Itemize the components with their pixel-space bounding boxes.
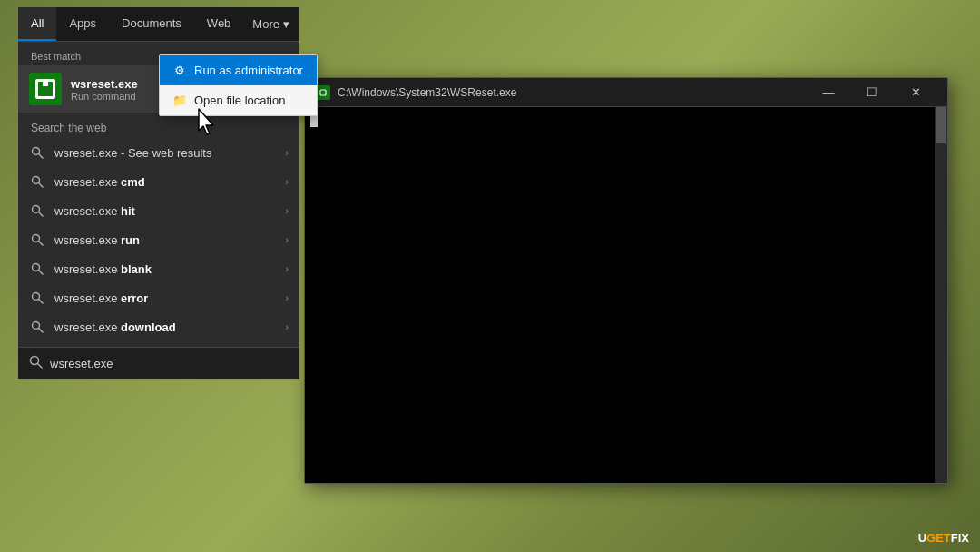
suggestion-text-0: wsreset.exe - See web results [54, 146, 285, 160]
watermark-u: U [918, 531, 926, 545]
console-title-icon [316, 85, 330, 100]
chevron-0: › [285, 147, 289, 158]
tab-more[interactable]: More ▾ [243, 7, 298, 41]
nav-tabs: All Apps Documents Web More ▾ [18, 7, 299, 42]
svg-line-7 [39, 242, 44, 246]
suggestion-text-6: wsreset.exe download [54, 320, 285, 334]
app-icon-inner [35, 79, 55, 99]
svg-line-5 [39, 212, 44, 217]
chevron-5: › [285, 292, 289, 303]
suggestion-5[interactable]: wsreset.exe error › [18, 283, 299, 312]
console-title-text: C:\Windows\System32\WSReset.exe [338, 86, 808, 99]
console-controls: — ☐ ✕ [808, 78, 936, 107]
tab-documents[interactable]: Documents [109, 7, 194, 41]
console-cursor [310, 114, 318, 127]
context-menu: ⚙ Run as administrator 📁 Open file locat… [159, 54, 318, 116]
suggestion-text-3: wsreset.exe run [54, 233, 285, 247]
watermark-get: GET [926, 531, 951, 545]
suggestion-text-4: wsreset.exe blank [54, 262, 285, 276]
console-window: C:\Windows\System32\WSReset.exe — ☐ ✕ [304, 77, 948, 484]
minimize-button[interactable]: — [808, 78, 849, 107]
search-icon-6 [29, 319, 45, 335]
svg-line-15 [38, 364, 43, 369]
context-run-admin[interactable]: ⚙ Run as administrator [160, 55, 317, 85]
start-menu: All Apps Documents Web More ▾ Best match… [18, 7, 299, 379]
maximize-button[interactable]: ☐ [851, 78, 893, 107]
folder-icon: 📁 [172, 94, 187, 107]
app-info: wsreset.exe Run command [71, 77, 138, 102]
close-button[interactable]: ✕ [895, 78, 936, 107]
scrollbar-thumb[interactable] [936, 107, 946, 143]
context-open-location[interactable]: 📁 Open file location [160, 85, 317, 115]
tab-apps[interactable]: Apps [56, 7, 109, 41]
suggestion-6[interactable]: wsreset.exe download › [18, 312, 299, 341]
tab-web[interactable]: Web [194, 7, 244, 41]
tab-all[interactable]: All [18, 7, 56, 41]
console-scrollbar[interactable] [935, 107, 947, 483]
search-icon-1 [29, 173, 45, 190]
suggestion-1[interactable]: wsreset.exe cmd › [18, 167, 299, 196]
suggestion-3[interactable]: wsreset.exe run › [18, 225, 299, 254]
svg-line-13 [39, 329, 44, 333]
watermark-fix: FIX [951, 531, 969, 545]
svg-line-3 [39, 183, 44, 188]
chevron-4: › [285, 263, 289, 274]
search-web-label: Search the web [18, 113, 299, 138]
svg-line-11 [39, 300, 44, 304]
search-bar[interactable]: wsreset.exe [18, 347, 299, 379]
suggestion-text-1: wsreset.exe cmd [54, 175, 285, 189]
app-sub: Run command [71, 91, 138, 102]
watermark: UGETFIX [918, 531, 969, 545]
chevron-2: › [285, 205, 289, 216]
svg-line-1 [39, 154, 44, 159]
search-icon-5 [29, 290, 45, 306]
search-bar-icon [29, 355, 43, 371]
console-body [305, 107, 947, 483]
search-icon-0 [29, 144, 45, 161]
suggestion-2[interactable]: wsreset.exe hit › [18, 196, 299, 225]
suggestion-text-2: wsreset.exe hit [54, 204, 285, 218]
app-name: wsreset.exe [71, 77, 138, 91]
suggestion-4[interactable]: wsreset.exe blank › [18, 254, 299, 283]
app-icon [29, 73, 62, 105]
suggestion-text-5: wsreset.exe error [54, 291, 285, 305]
chevron-1: › [285, 176, 289, 187]
chevron-6: › [285, 321, 289, 332]
console-titlebar: C:\Windows\System32\WSReset.exe — ☐ ✕ [305, 78, 947, 107]
suggestion-0[interactable]: wsreset.exe - See web results › [18, 138, 299, 167]
search-bar-text[interactable]: wsreset.exe [50, 357, 113, 370]
run-admin-icon: ⚙ [172, 64, 187, 77]
search-icon-4 [29, 261, 45, 277]
svg-line-9 [39, 271, 44, 275]
search-icon-3 [29, 232, 45, 248]
search-icon-2 [29, 202, 45, 219]
chevron-3: › [285, 234, 289, 245]
